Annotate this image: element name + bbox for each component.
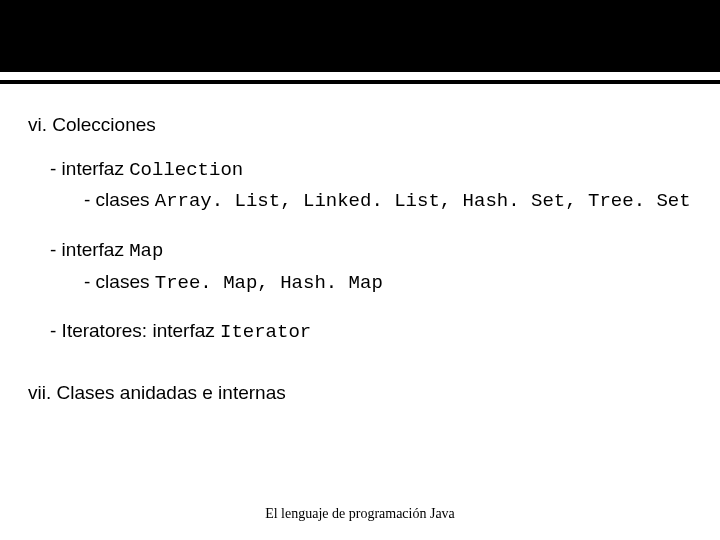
text-prefix: - Iteratores: interfaz <box>50 320 220 341</box>
bullet-map-classes: - clases Tree. Map, Hash. Map <box>28 269 692 297</box>
section-vi-title: vi. Colecciones <box>28 112 692 138</box>
bullet-map: - interfaz Map <box>28 237 692 265</box>
code-collection: Collection <box>129 159 243 181</box>
slide-content: vi. Colecciones - interfaz Collection - … <box>0 84 720 405</box>
bullet-iterator: - Iteratores: interfaz Iterator <box>28 318 692 346</box>
code-map: Map <box>129 240 163 262</box>
bullet-collection: - interfaz Collection <box>28 156 692 184</box>
slide-footer: El lenguaje de programación Java <box>0 506 720 522</box>
text-prefix: - interfaz <box>50 239 129 260</box>
code-iterator: Iterator <box>220 321 311 343</box>
bullet-collection-classes: - clases Array. List, Linked. List, Hash… <box>28 187 692 215</box>
code-collection-classes: Array. List, Linked. List, Hash. Set, Tr… <box>155 190 691 212</box>
code-map-classes: Tree. Map, Hash. Map <box>155 272 383 294</box>
text-prefix: - interfaz <box>50 158 129 179</box>
section-vii-title: vii. Clases anidadas e internas <box>28 380 692 406</box>
text-prefix: - clases <box>84 189 155 210</box>
title-bar <box>0 0 720 72</box>
text-prefix: - clases <box>84 271 155 292</box>
